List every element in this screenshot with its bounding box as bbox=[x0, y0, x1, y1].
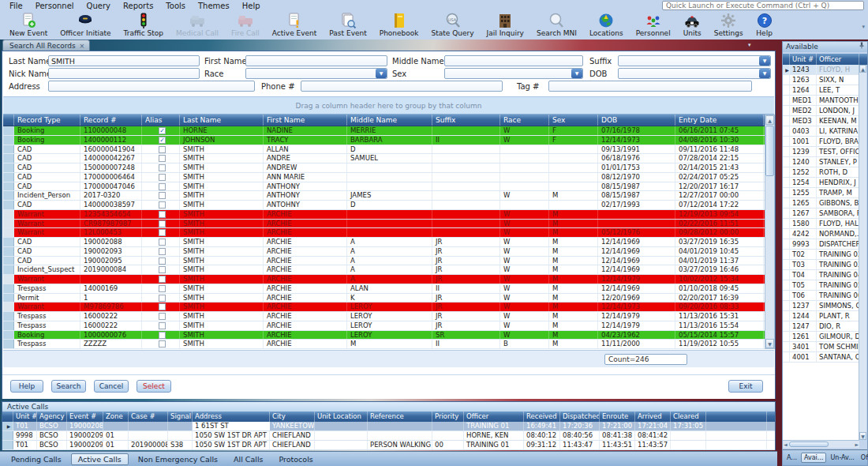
alias-checkbox[interactable]: ✓ bbox=[159, 137, 166, 144]
middle-name-input[interactable] bbox=[444, 55, 583, 66]
toolbar-button-jail-inquiry[interactable]: Jail Inquiry bbox=[481, 11, 530, 38]
alias-checkbox[interactable] bbox=[159, 155, 166, 162]
unit-row[interactable]: MED2LONDON, J bbox=[783, 106, 859, 116]
table-row[interactable]: Booking1000000076SMITHARCHIELEROYSRWM04/… bbox=[3, 331, 774, 340]
alias-checkbox[interactable] bbox=[159, 332, 166, 339]
toolbar-button-locations[interactable]: Locations bbox=[583, 11, 630, 38]
unit-row[interactable]: 1264LEE, T bbox=[783, 85, 859, 96]
unit-row[interactable]: T06TRAINING 06 bbox=[783, 291, 859, 301]
alias-checkbox[interactable] bbox=[159, 220, 166, 227]
menu-item-file[interactable]: File bbox=[3, 2, 29, 10]
tag-input[interactable] bbox=[548, 81, 752, 92]
active-call-row[interactable]: 9998BCSO190002094011050 SW 1ST DR APT 10… bbox=[2, 431, 775, 441]
ac-column-header-agency[interactable]: Agency bbox=[37, 412, 67, 422]
table-row[interactable]: Booking1100000048✓HORNENADINEMERRIEWF07/… bbox=[3, 126, 774, 136]
table-row[interactable]: Booking1400000112✓JOHNSONTRACYBARBARAIIW… bbox=[3, 136, 774, 145]
alias-checkbox[interactable] bbox=[159, 248, 166, 255]
alias-checkbox[interactable] bbox=[159, 295, 166, 302]
ac-column-header-reference[interactable]: Reference bbox=[368, 412, 432, 422]
ac-column-header-zone[interactable]: Zone bbox=[103, 412, 129, 422]
toolbar-button-state-query[interactable]: USAState Query bbox=[425, 11, 481, 38]
table-row[interactable]: CAD190002088SMITHARCHIEAJRWM12/14/196903… bbox=[3, 238, 774, 247]
units-column-header-officer[interactable]: Officer bbox=[817, 54, 859, 65]
column-header-dob[interactable]: DOB bbox=[598, 115, 675, 126]
unit-row[interactable]: 9993DISPATCHER3 bbox=[783, 239, 859, 250]
pin-icon[interactable] bbox=[859, 42, 865, 52]
unit-row[interactable]: 0403LI, KATRINA bbox=[783, 126, 859, 137]
table-row[interactable]: CAD170000006464SMITHANN MARIE08/12/19700… bbox=[3, 173, 774, 182]
unit-row[interactable]: MED1MANTOOTH, R bbox=[783, 96, 859, 106]
table-row[interactable]: Warrant12L000453SMITHARCHIEWM05/12/19760… bbox=[3, 228, 774, 238]
unit-row[interactable]: ▶1243FLOYD, H bbox=[783, 65, 859, 75]
active-call-row[interactable]: T01BCSO190002095012019000087S381050 SW 1… bbox=[2, 441, 775, 450]
unit-row[interactable]: 1252ROTH, D bbox=[783, 167, 859, 178]
ac-column-header-arrived[interactable]: Arrived bbox=[635, 412, 671, 422]
search-button[interactable]: Search bbox=[51, 380, 86, 393]
table-row[interactable]: CAD150000007248SMITHANDREW01/01/175302/1… bbox=[3, 163, 774, 173]
nick-name-input[interactable] bbox=[48, 68, 200, 79]
unit-row[interactable]: 1267SAMBORA, R bbox=[783, 209, 859, 219]
unit-status-tab-avai[interactable]: Avai... bbox=[801, 453, 827, 463]
table-row[interactable]: CAD190002095SMITHARCHIEAJRWM12/14/196904… bbox=[3, 257, 774, 266]
unit-row[interactable]: 1237SIMMONS, G bbox=[783, 301, 859, 311]
alias-checkbox[interactable] bbox=[159, 146, 166, 153]
unit-status-tab-off[interactable]: Off... bbox=[859, 453, 868, 462]
unit-row[interactable]: 1247DIO, R bbox=[783, 321, 859, 332]
unit-row[interactable]: 1255TRAMP, M bbox=[783, 188, 859, 198]
hscroll-left-icon[interactable]: ◄ bbox=[784, 442, 788, 447]
unit-row[interactable]: 1265GIBBONS, B bbox=[783, 198, 859, 209]
unit-row[interactable]: MED3KEENAN, M bbox=[783, 116, 859, 126]
unit-row[interactable]: 1254HENDRIX, J bbox=[783, 178, 859, 188]
scroll-thumb[interactable] bbox=[765, 126, 774, 176]
column-header-record[interactable]: Record # bbox=[80, 115, 142, 126]
table-row[interactable]: Incident_Suspect2019000084SMITHARCHIEAJR… bbox=[3, 265, 774, 275]
unit-row[interactable]: 1261GILMOUR, D bbox=[783, 332, 859, 342]
table-row[interactable]: CAD140000042267SMITHANDRESAMUEL06/18/197… bbox=[3, 154, 774, 163]
tab-close-icon[interactable]: × bbox=[80, 43, 85, 50]
suffix-dropdown-icon[interactable]: ▼ bbox=[759, 56, 770, 66]
table-row[interactable]: WarrantCR987987987SMITHARCHIEWM02/22/201… bbox=[3, 220, 774, 229]
ac-column-header-enroute[interactable]: Enroute bbox=[600, 412, 635, 422]
alias-checkbox[interactable] bbox=[159, 164, 166, 171]
ac-column-header-signal[interactable]: Signal bbox=[168, 412, 193, 422]
toolbar-button-personnel[interactable]: Personnel bbox=[630, 11, 677, 38]
suffix-combo[interactable]: ▼ bbox=[618, 55, 771, 66]
ac-column-header-address[interactable]: Address bbox=[193, 412, 270, 422]
menu-item-themes[interactable]: Themes bbox=[192, 2, 236, 10]
alias-checkbox[interactable] bbox=[159, 192, 166, 199]
first-name-input[interactable] bbox=[245, 55, 387, 66]
race-combo[interactable]: ▼ bbox=[245, 68, 387, 79]
table-row[interactable]: Permit1SMITHARCHIEKJRWM12/20/196902/20/2… bbox=[3, 294, 774, 303]
ac-column-header-officer[interactable]: Officer bbox=[464, 412, 524, 422]
ac-column-header-cleared[interactable]: Cleared bbox=[671, 412, 706, 422]
cancel-button[interactable]: Cancel bbox=[94, 380, 129, 393]
units-column-header-unit[interactable]: Unit # bbox=[790, 54, 817, 65]
alias-checkbox[interactable] bbox=[159, 266, 166, 273]
unit-row[interactable]: 1580FLOYD, HAL bbox=[783, 219, 859, 229]
column-header-alias[interactable]: Alias bbox=[142, 115, 180, 126]
unit-row[interactable]: T05TRAINING 05 bbox=[783, 280, 859, 291]
menu-item-tools[interactable]: Tools bbox=[159, 2, 192, 10]
unit-row[interactable]: 4242NORMAND,... bbox=[783, 229, 859, 239]
exit-button[interactable]: Exit bbox=[728, 380, 763, 393]
select-button[interactable]: Select bbox=[137, 380, 171, 393]
table-row[interactable]: TrespassZZZZZSMITHARCHIEMIIBM11/11/20001… bbox=[3, 340, 774, 349]
ac-column-header-received[interactable]: Received bbox=[524, 412, 560, 422]
toolbar-button-officer-initiate[interactable]: Officer Initiate bbox=[54, 11, 117, 38]
dob-combo[interactable]: ▼ bbox=[618, 68, 771, 79]
table-row[interactable]: CAD140000038597SMITHANTOHNYD02/17/199307… bbox=[3, 201, 774, 210]
active-call-row[interactable]: ▶T01BCSO1900020891 61ST STYANKEETOWNTRAI… bbox=[2, 422, 775, 431]
alias-checkbox[interactable] bbox=[159, 285, 166, 292]
toolbar-button-search-mni[interactable]: Search MNI bbox=[530, 11, 583, 38]
unit-row[interactable]: 1001FLOYD, BRAN... bbox=[783, 137, 859, 147]
column-header-record-type[interactable]: Record Type bbox=[14, 115, 80, 126]
column-header-suffix[interactable]: Suffix bbox=[432, 115, 500, 126]
unit-status-tab-un-av[interactable]: Un-Av... bbox=[828, 453, 856, 462]
hscroll-thumb[interactable] bbox=[789, 442, 829, 447]
unit-row[interactable]: 1239TEST, OFFICER bbox=[783, 147, 859, 157]
table-row[interactable]: CAD170000047046SMITHANTHONY08/15/198712/… bbox=[3, 182, 774, 192]
table-row[interactable]: Trespass14000169SMITHARCHIEALANIIWM12/14… bbox=[3, 284, 774, 294]
toolbar-button-help[interactable]: ?Help bbox=[750, 11, 780, 38]
hscroll-right-icon[interactable]: ► bbox=[855, 442, 859, 447]
menu-item-reports[interactable]: Reports bbox=[117, 2, 159, 10]
